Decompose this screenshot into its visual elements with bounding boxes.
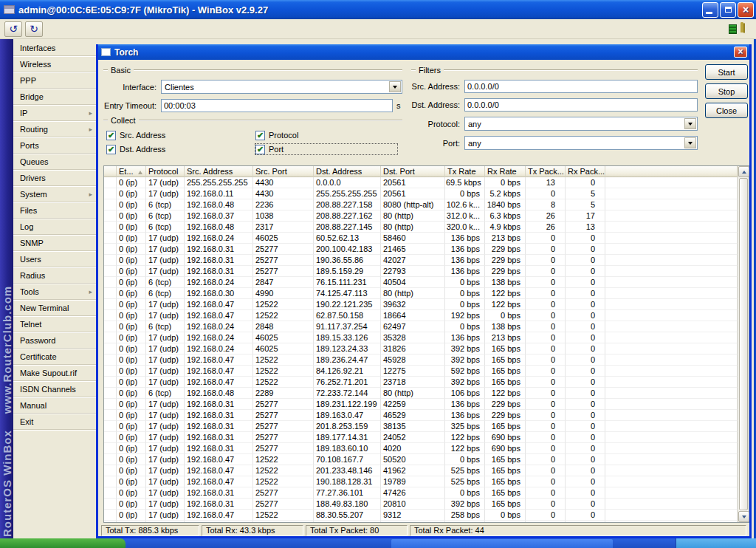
table-row[interactable]: 0 (ip)6 (tcp)192.168.0.30476374.125.47.1… bbox=[104, 521, 738, 522]
entry-timeout-input[interactable] bbox=[161, 99, 393, 112]
sidebar-item-ports[interactable]: Ports bbox=[13, 138, 96, 154]
table-row[interactable]: 0 (ip)6 (tcp)192.168.0.371038208.88.227.… bbox=[104, 210, 738, 222]
sidebar-item-manual[interactable]: Manual bbox=[13, 398, 96, 414]
vertical-scrollbar[interactable] bbox=[738, 166, 749, 522]
torch-close-icon[interactable]: × bbox=[734, 47, 747, 58]
column-header-tx-rate[interactable]: Tx Rate bbox=[445, 166, 485, 177]
chevron-down-icon[interactable] bbox=[684, 137, 696, 148]
interface-combobox[interactable]: Clientes bbox=[161, 80, 402, 94]
table-row[interactable]: 0 (ip)17 (udp)192.168.0.471252288.30.55.… bbox=[104, 510, 738, 521]
sidebar-item-users[interactable]: Users bbox=[13, 252, 96, 268]
sidebar-item-radius[interactable]: Radius bbox=[13, 268, 96, 284]
table-row[interactable]: 0 (ip)17 (udp)192.168.0.3125277189.177.1… bbox=[104, 432, 738, 443]
table-row[interactable]: 0 (ip)17 (udp)192.168.0.3125277189.183.6… bbox=[104, 443, 738, 454]
column-header-dst-address[interactable]: Dst. Address bbox=[314, 166, 381, 177]
close-button[interactable]: Close bbox=[705, 103, 748, 118]
table-cell: 0 bbox=[526, 476, 566, 487]
scroll-up-icon[interactable] bbox=[738, 166, 749, 177]
table-row[interactable]: 0 (ip)6 (tcp)192.168.0.24284891.117.37.2… bbox=[104, 321, 738, 332]
checkbox-port[interactable]: ✔Port bbox=[255, 144, 397, 154]
table-row[interactable]: 0 (ip)17 (udp)192.168.0.4712522189.236.2… bbox=[104, 355, 738, 366]
chevron-down-icon[interactable] bbox=[684, 118, 696, 129]
sidebar-item-make-supout-rif[interactable]: Make Supout.rif bbox=[13, 366, 96, 382]
table-row[interactable]: 0 (ip)17 (udp)192.168.0.2446025189.15.33… bbox=[104, 332, 738, 343]
sidebar-item-tools[interactable]: Tools▸ bbox=[13, 284, 96, 301]
sidebar-item-interfaces[interactable]: Interfaces bbox=[13, 41, 96, 57]
table-row[interactable]: 0 (ip)17 (udp)192.168.0.4712522190.22.12… bbox=[104, 299, 738, 310]
taskbar-window-button[interactable] bbox=[391, 539, 613, 548]
table-row[interactable]: 0 (ip)17 (udp)192.168.0.2446025189.123.2… bbox=[104, 343, 738, 355]
table-cell: 2289 bbox=[253, 388, 314, 399]
minimize-button[interactable] bbox=[702, 2, 718, 18]
column-header-tx-pack[interactable]: Tx Pack... bbox=[526, 166, 566, 177]
column-header-src-address[interactable]: Src. Address bbox=[185, 166, 253, 177]
column-header-rx-pack[interactable]: Rx Pack... bbox=[566, 166, 605, 177]
column-header-et[interactable]: Et... bbox=[117, 166, 146, 177]
sidebar-item-log[interactable]: Log bbox=[13, 219, 96, 236]
table-row[interactable]: 0 (ip)6 (tcp)192.168.0.482317208.88.227.… bbox=[104, 222, 738, 233]
column-header-rx-rate[interactable]: Rx Rate bbox=[485, 166, 526, 177]
table-cell: 165 bps bbox=[485, 487, 526, 499]
sidebar-item-exit[interactable]: Exit bbox=[13, 414, 96, 431]
torch-dialog-titlebar[interactable]: Torch × bbox=[98, 44, 749, 60]
table-row[interactable]: 0 (ip)17 (udp)192.168.0.312527777.27.36.… bbox=[104, 487, 738, 499]
table-row[interactable]: 0 (ip)17 (udp)192.168.0.471252276.252.71… bbox=[104, 377, 738, 388]
table-row[interactable]: 0 (ip)17 (udp)192.168.0.3125277189.5.159… bbox=[104, 266, 738, 277]
table-row[interactable]: 0 (ip)17 (udp)255.255.255.25544300.0.0.0… bbox=[104, 177, 738, 188]
table-row[interactable]: 0 (ip)17 (udp)192.168.0.3125277189.163.0… bbox=[104, 410, 738, 421]
table-row[interactable]: 0 (ip)17 (udp)192.168.0.3125277190.36.55… bbox=[104, 255, 738, 266]
dst-address-filter-input[interactable] bbox=[464, 98, 698, 112]
table-row[interactable]: 0 (ip)17 (udp)192.168.0.3125277200.100.4… bbox=[104, 244, 738, 255]
stop-button[interactable]: Stop bbox=[705, 83, 748, 99]
start-button[interactable] bbox=[0, 538, 126, 548]
table-row[interactable]: 0 (ip)6 (tcp)192.168.0.48228972.233.72.1… bbox=[104, 388, 738, 399]
sidebar-item-bridge[interactable]: Bridge bbox=[13, 89, 96, 106]
sidebar-item-snmp[interactable]: SNMP bbox=[13, 236, 96, 252]
src-address-filter-input[interactable] bbox=[464, 80, 698, 93]
table-row[interactable]: 0 (ip)17 (udp)192.168.0.3125277201.8.253… bbox=[104, 421, 738, 432]
table-row[interactable]: 0 (ip)17 (udp)192.168.0.244602560.52.62.… bbox=[104, 233, 738, 244]
checkbox-src-address[interactable]: ✔Src. Address bbox=[106, 130, 255, 140]
table-row[interactable]: 0 (ip)17 (udp)192.168.0.3125277188.49.83… bbox=[104, 499, 738, 510]
sidebar-item-new-terminal[interactable]: New Terminal bbox=[13, 301, 96, 317]
checkbox-protocol[interactable]: ✔Protocol bbox=[255, 130, 397, 140]
chevron-down-icon[interactable] bbox=[389, 81, 401, 92]
sidebar-item-ip[interactable]: IP▸ bbox=[13, 106, 96, 122]
scrollbar-thumb[interactable] bbox=[739, 178, 748, 510]
column-header-src-port[interactable]: Src. Port bbox=[253, 166, 314, 177]
redo-button[interactable]: ↻ bbox=[25, 21, 43, 37]
table-row[interactable]: 0 (ip)17 (udp)192.168.0.471252284.126.92… bbox=[104, 366, 738, 377]
column-header-row-marker[interactable] bbox=[104, 166, 117, 177]
protocol-filter-combobox[interactable]: any bbox=[464, 117, 698, 131]
column-header-protocol[interactable]: Protocol bbox=[146, 166, 185, 177]
sidebar-item-wireless[interactable]: Wireless bbox=[13, 57, 96, 73]
sidebar-item-isdn-channels[interactable]: ISDN Channels bbox=[13, 382, 96, 398]
scroll-down-icon[interactable] bbox=[738, 511, 749, 522]
table-row[interactable]: 0 (ip)17 (udp)192.168.0.3125277189.231.1… bbox=[104, 399, 738, 410]
close-button[interactable]: × bbox=[738, 2, 754, 18]
sidebar-item-files[interactable]: Files bbox=[13, 203, 96, 219]
sidebar-item-password[interactable]: Password bbox=[13, 333, 96, 349]
sidebar-item-telnet[interactable]: Telnet bbox=[13, 317, 96, 333]
checkbox-dst-address[interactable]: ✔Dst. Address bbox=[106, 144, 255, 154]
table-row[interactable]: 0 (ip)17 (udp)192.168.0.471252270.108.16… bbox=[104, 454, 738, 465]
undo-button[interactable]: ↺ bbox=[4, 21, 22, 37]
table-row[interactable]: 0 (ip)6 (tcp)192.168.0.482236208.88.227.… bbox=[104, 199, 738, 210]
table-row[interactable]: 0 (ip)17 (udp)192.168.0.4712522190.188.1… bbox=[104, 476, 738, 487]
sidebar-item-certificate[interactable]: Certificate bbox=[13, 349, 96, 366]
table-row[interactable]: 0 (ip)6 (tcp)192.168.0.30499074.125.47.1… bbox=[104, 288, 738, 299]
sidebar-item-drivers[interactable]: Drivers bbox=[13, 171, 96, 187]
table-cell: 0 bbox=[566, 366, 605, 377]
table-row[interactable]: 0 (ip)17 (udp)192.168.0.471252262.87.50.… bbox=[104, 310, 738, 321]
sidebar-item-system[interactable]: System▸ bbox=[13, 187, 96, 203]
start-button[interactable]: Start bbox=[705, 64, 748, 80]
table-row[interactable]: 0 (ip)17 (udp)192.168.0.4712522201.233.4… bbox=[104, 465, 738, 476]
restore-button[interactable] bbox=[720, 2, 736, 18]
table-row[interactable]: 0 (ip)17 (udp)192.168.0.114430255.255.25… bbox=[104, 188, 738, 199]
column-header-dst-port[interactable]: Dst. Port bbox=[381, 166, 445, 177]
port-filter-combobox[interactable]: any bbox=[464, 136, 698, 150]
sidebar-item-routing[interactable]: Routing▸ bbox=[13, 122, 96, 138]
sidebar-item-queues[interactable]: Queues bbox=[13, 154, 96, 171]
table-row[interactable]: 0 (ip)6 (tcp)192.168.0.24284776.15.111.2… bbox=[104, 277, 738, 288]
sidebar-item-ppp[interactable]: PPP bbox=[13, 73, 96, 89]
